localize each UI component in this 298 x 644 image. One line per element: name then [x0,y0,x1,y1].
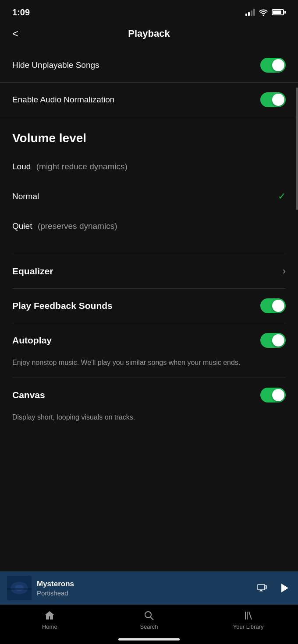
track-artist: Portishead [37,589,251,597]
volume-loud-label: Loud [12,162,31,171]
search-icon [143,610,155,621]
play-button[interactable] [277,581,291,595]
play-feedback-label: Play Feedback Sounds [12,301,113,311]
toggle-knob [272,389,284,401]
volume-section-header: Volume level [0,117,298,152]
svg-rect-6 [259,591,263,592]
chevron-right-icon: › [283,266,286,277]
volume-normal-label: Normal [12,192,39,201]
library-label: Your Library [233,623,264,630]
status-icons [245,8,286,16]
device-cast-icon[interactable] [256,582,268,594]
volume-loud-sub: (might reduce dynamics) [36,162,128,171]
track-name: Mysterons [37,580,251,588]
autoplay-row: Autoplay [0,323,298,357]
autoplay-label: Autoplay [12,335,52,346]
home-label: Home [42,623,57,630]
audio-normalization-label: Enable Audio Normalization [12,95,114,105]
canvas-toggle[interactable] [260,388,286,402]
page-title: Playback [128,28,170,39]
volume-quiet-label: Quiet [12,221,32,231]
hide-unplayable-label: Hide Unplayable Songs [12,60,99,70]
now-playing-controls [256,581,291,595]
autoplay-description: Enjoy nonstop music. We'll play you simi… [0,357,298,378]
equalizer-row[interactable]: Equalizer › [0,254,298,288]
volume-quiet-option[interactable]: Quiet (preserves dynamics) [0,212,298,241]
nav-item-library[interactable]: Your Library [199,610,298,630]
nav-item-search[interactable]: Search [99,610,199,630]
svg-point-10 [145,612,151,618]
toggle-knob [272,300,284,312]
toggle-knob [272,59,284,71]
hide-unplayable-row: Hide Unplayable Songs [0,48,298,83]
volume-quiet-sub: (preserves dynamics) [38,221,117,231]
library-icon [243,610,254,621]
now-playing-bar[interactable]: Mysterons Portishead [0,571,298,605]
volume-section-title: Volume level [12,131,86,145]
autoplay-toggle[interactable] [260,333,286,348]
wifi-icon [259,8,268,16]
status-bar: 1:09 [0,0,298,22]
audio-normalization-toggle[interactable] [260,92,286,107]
signal-icon [245,9,255,16]
back-button[interactable]: < [12,28,18,40]
toggle-knob [272,334,284,346]
toggle-knob [272,94,284,106]
equalizer-label: Equalizer [12,266,53,276]
canvas-row: Canvas [0,378,298,412]
svg-line-11 [151,617,154,620]
checkmark-icon: ✓ [278,191,286,202]
scrollbar[interactable] [296,88,298,210]
home-icon [44,610,55,621]
svg-marker-9 [281,584,288,592]
battery-icon [272,9,286,15]
hide-unplayable-toggle[interactable] [260,58,286,73]
search-label: Search [140,623,158,630]
audio-normalization-row: Enable Audio Normalization [0,83,298,117]
svg-rect-3 [7,588,32,590]
canvas-description: Display short, looping visuals on tracks… [0,412,298,432]
svg-rect-4 [258,584,265,590]
nav-item-home[interactable]: Home [0,610,99,630]
volume-normal-option[interactable]: Normal ✓ [0,181,298,212]
home-indicator [118,638,180,640]
volume-loud-option[interactable]: Loud (might reduce dynamics) [0,152,298,181]
track-info: Mysterons Portishead [37,580,251,597]
play-feedback-row: Play Feedback Sounds [0,289,298,323]
canvas-label: Canvas [12,390,45,400]
header: < Playback [0,22,298,48]
svg-rect-8 [266,586,266,588]
status-time: 1:09 [12,7,30,18]
album-art [7,576,32,600]
settings-content: Hide Unplayable Songs Enable Audio Norma… [0,48,298,511]
play-feedback-toggle[interactable] [260,298,286,313]
svg-rect-5 [260,590,262,591]
